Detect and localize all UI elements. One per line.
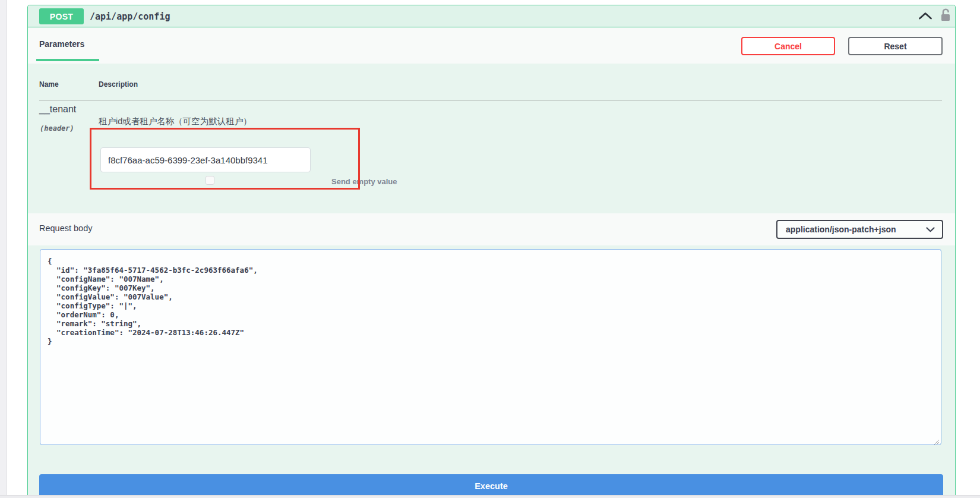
page-left-edge [0, 0, 7, 498]
table-header-divider [39, 100, 942, 101]
method-badge: POST [39, 8, 84, 24]
request-body-textarea[interactable]: { "id": "3fa85f64-5717-4562-b3fc-2c963f6… [40, 249, 941, 445]
collapse-button[interactable] [916, 10, 934, 24]
unlocked-padlock-icon [940, 8, 951, 24]
execute-button[interactable]: Execute [39, 474, 943, 498]
parameter-location: (header) [40, 124, 74, 133]
page: POST /api/app/config Parameters Cancel [0, 0, 980, 498]
opblock-post-api-app-config: POST /api/app/config Parameters Cancel [27, 5, 956, 498]
cancel-button[interactable]: Cancel [741, 37, 835, 55]
request-body-editor-wrap: { "id": "3fa85f64-5717-4562-b3fc-2c963f6… [40, 249, 941, 445]
opblock-summary[interactable]: POST /api/app/config [28, 5, 955, 27]
parameter-description: 租户id或者租户名称（可空为默认租户） [99, 116, 252, 127]
content-type-select[interactable]: application/json-patch+json [776, 220, 943, 239]
reset-button[interactable]: Reset [848, 37, 943, 55]
send-empty-value-checkbox[interactable] [206, 176, 214, 185]
page-bottom-edge [0, 495, 980, 498]
column-header-description: Description [99, 80, 138, 89]
column-header-name: Name [39, 80, 59, 89]
endpoint-path: /api/app/config [90, 5, 170, 27]
tab-underline [36, 59, 99, 61]
chevron-down-icon [926, 224, 935, 235]
chevron-up-icon [918, 12, 932, 21]
tab-parameters: Parameters [39, 39, 84, 49]
content-type-value: application/json-patch+json [786, 225, 896, 234]
auth-lock-button[interactable] [938, 8, 953, 24]
request-body-label: Request body [39, 223, 92, 233]
tenant-value-input[interactable] [100, 147, 311, 172]
parameter-name: __tenant [39, 104, 76, 115]
send-empty-value-label: Send empty value [331, 177, 397, 186]
